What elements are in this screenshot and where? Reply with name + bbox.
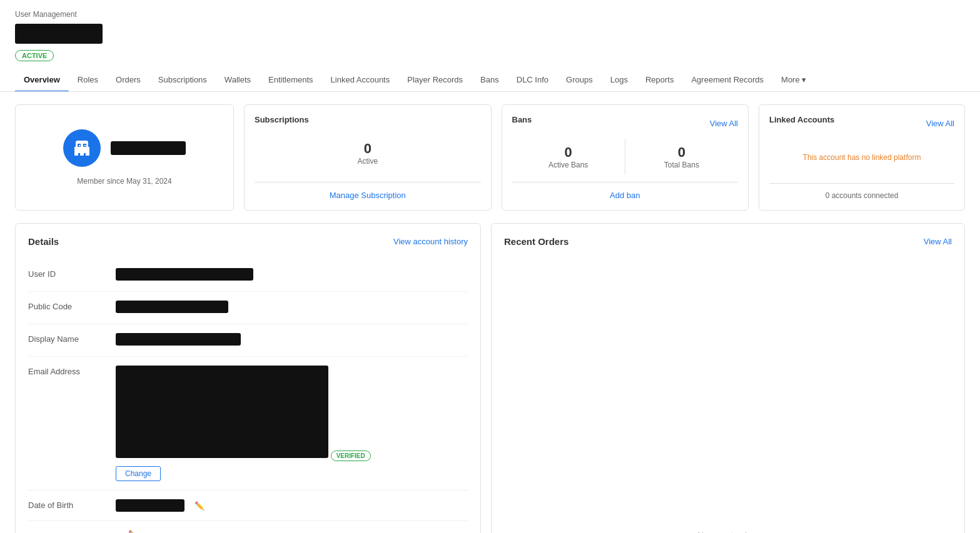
svg-rect-3 — [74, 152, 78, 156]
linked-no-platform-message: This account has no linked platform — [769, 139, 954, 176]
subscriptions-stat: 0 Active — [255, 132, 481, 174]
detail-value-userid — [116, 268, 468, 282]
detail-row-userid: User ID — [28, 259, 468, 292]
change-email-button[interactable]: Change — [116, 466, 161, 481]
svg-rect-5 — [86, 152, 89, 156]
active-bans-count: 0 — [517, 144, 620, 161]
detail-row-dob: Date of Birth ✏️ — [28, 491, 468, 521]
breadcrumb: User Management — [15, 10, 965, 19]
orders-empty-message: No recent orders — [504, 259, 952, 533]
active-bans-stat: 0 Active Bans — [512, 139, 625, 174]
total-bans-count: 0 — [630, 144, 733, 161]
detail-row-language: Language - ✏️ — [28, 521, 468, 533]
detail-label-dob: Date of Birth — [28, 499, 116, 510]
tab-subscriptions[interactable]: Subscriptions — [149, 69, 216, 92]
tab-overview[interactable]: Overview — [15, 69, 69, 92]
status-badge: ACTIVE — [15, 50, 54, 61]
bans-stats: 0 Active Bans 0 Total Bans — [512, 139, 739, 174]
tab-roles[interactable]: Roles — [69, 69, 107, 92]
orders-header: Recent Orders View All — [504, 236, 952, 247]
details-card: Details View account history User ID Pub… — [15, 223, 481, 533]
detail-value-publiccode — [116, 301, 468, 315]
subscriptions-active-label: Active — [357, 157, 378, 166]
subscriptions-title: Subscriptions — [255, 115, 481, 124]
bottom-section: Details View account history User ID Pub… — [15, 223, 965, 533]
user-name-redacted — [15, 24, 103, 44]
language-value: - — [116, 530, 118, 533]
orders-card: Recent Orders View All No recent orders — [491, 223, 965, 533]
linked-view-all-button[interactable]: View All — [926, 119, 954, 128]
active-bans-label: Active Bans — [517, 161, 620, 169]
profile-inner — [63, 129, 186, 167]
detail-label-publiccode: Public Code — [28, 301, 116, 311]
detail-value-language: - ✏️ — [116, 530, 468, 533]
total-bans-label: Total Bans — [630, 161, 733, 169]
tab-player-records[interactable]: Player Records — [398, 69, 472, 92]
orders-title: Recent Orders — [504, 236, 568, 247]
view-account-history-button[interactable]: View account history — [393, 237, 468, 246]
detail-label-displayname: Display Name — [28, 333, 116, 344]
tab-wallets[interactable]: Wallets — [216, 69, 260, 92]
svg-rect-8 — [79, 145, 80, 146]
detail-label-language: Language — [28, 530, 116, 533]
linked-title: Linked Accounts — [769, 115, 834, 124]
member-since: Member since May 31, 2024 — [77, 177, 171, 186]
detail-row-displayname: Display Name — [28, 324, 468, 357]
add-ban-button[interactable]: Add ban — [610, 191, 640, 200]
svg-rect-9 — [84, 145, 86, 146]
tab-reports[interactable]: Reports — [637, 69, 683, 92]
detail-value-displayname — [116, 333, 468, 347]
subscriptions-card: Subscriptions 0 Active Manage Subscripti… — [244, 104, 492, 211]
content-area: Member since May 31, 2024 Subscriptions … — [0, 92, 980, 533]
tab-bans[interactable]: Bans — [472, 69, 508, 92]
tab-orders[interactable]: Orders — [107, 69, 149, 92]
orders-view-all-button[interactable]: View All — [924, 237, 952, 246]
edit-language-icon[interactable]: ✏️ — [128, 530, 138, 533]
detail-row-publiccode: Public Code — [28, 292, 468, 324]
linked-accounts-card: Linked Accounts View All This account ha… — [759, 104, 965, 211]
bans-header: Bans View All — [512, 115, 739, 132]
profile-name-redacted — [111, 141, 186, 155]
tab-more[interactable]: More ▾ — [772, 69, 815, 92]
edit-dob-icon[interactable]: ✏️ — [194, 501, 205, 511]
top-bar: User Management ACTIVE — [0, 0, 980, 69]
tab-groups[interactable]: Groups — [557, 69, 602, 92]
tab-dlc-info[interactable]: DLC Info — [508, 69, 557, 92]
detail-value-email: VERIFIED Change — [116, 366, 468, 481]
details-rows: User ID Public Code Display Name — [28, 259, 468, 533]
linked-header: Linked Accounts View All — [769, 115, 954, 132]
svg-rect-4 — [80, 152, 84, 156]
subscriptions-action: Manage Subscription — [255, 182, 481, 200]
linked-accounts-connected: 0 accounts connected — [769, 183, 954, 200]
bans-title: Bans — [512, 115, 532, 124]
summary-cards: Member since May 31, 2024 Subscriptions … — [15, 104, 965, 211]
details-header: Details View account history — [28, 236, 468, 247]
detail-value-dob: ✏️ — [116, 499, 468, 512]
detail-label-email: Email Address — [28, 366, 116, 376]
detail-row-email: Email Address VERIFIED Change — [28, 357, 468, 491]
bans-action: Add ban — [512, 182, 739, 200]
bans-view-all-button[interactable]: View All — [710, 119, 738, 128]
manage-subscription-button[interactable]: Manage Subscription — [330, 191, 406, 200]
tab-entitlements[interactable]: Entitlements — [260, 69, 322, 92]
avatar — [63, 129, 101, 167]
profile-card: Member since May 31, 2024 — [15, 104, 234, 211]
tab-logs[interactable]: Logs — [602, 69, 637, 92]
detail-label-userid: User ID — [28, 268, 116, 279]
tab-agreement-records[interactable]: Agreement Records — [682, 69, 772, 92]
details-title: Details — [28, 236, 59, 247]
tab-linked-accounts[interactable]: Linked Accounts — [322, 69, 399, 92]
subscriptions-active-count: 0 — [364, 141, 371, 157]
verified-badge: VERIFIED — [331, 451, 371, 461]
total-bans-stat: 0 Total Bans — [625, 139, 738, 174]
nav-tabs: Overview Roles Orders Subscriptions Wall… — [0, 69, 980, 92]
bans-card: Bans View All 0 Active Bans 0 Total Bans… — [502, 104, 749, 211]
